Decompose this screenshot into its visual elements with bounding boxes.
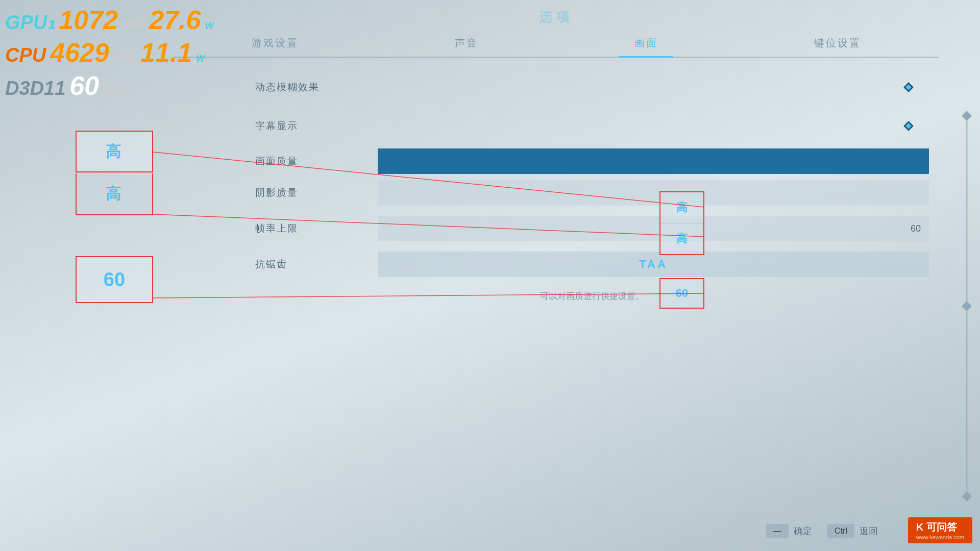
motion-blur-label: 动态模糊效果 [255,81,368,94]
antialiasing-label: 抗锯齿 [255,258,368,271]
subtitles-control[interactable] [888,118,929,134]
watermark-url: www.kewenda.com [916,534,964,540]
subtitles-label: 字幕显示 [255,119,368,133]
left-ann-high1: 高 [76,131,153,172]
hud-cpu-freq: 4629 [50,37,109,68]
left-annotation-group: 高 高 60 [76,131,153,303]
watermark: K 可问答 www.kewenda.com [908,517,972,543]
dialog-panel: 选项 游戏设置 声音 画面 键位设置 动态模糊效果 字幕显示 [153,0,960,551]
right-ann-sixty: 60 [659,278,704,309]
confirm-key: — [766,524,789,538]
fps-limit-value: 60 [911,223,921,234]
hud-gpu-freq: 1072 [59,4,118,36]
footer-controls: — 确定 Ctrl 返回 [766,524,878,538]
confirm-label: 确定 [794,525,812,537]
settings-hint: 可以对画质进行快捷设置。 [255,290,929,302]
setting-row-motion-blur: 动态模糊效果 [255,68,929,107]
image-quality-label: 画面质量 [255,155,368,168]
tab-bar: 游戏设置 声音 画面 键位设置 [174,30,939,58]
scroll-track [966,121,967,300]
fps-limit-label: 帧率上限 [255,222,368,235]
settings-content: 动态模糊效果 字幕显示 画面质量 [153,58,960,312]
left-ann-high2: 高 [76,173,153,215]
image-quality-control[interactable] [378,148,929,174]
right-ann-high-group: 高 高 [659,191,704,255]
setting-row-fps-limit: 帧率上限 60 [255,209,929,248]
hud-fps-value: 60 [69,70,99,102]
setting-row-subtitles: 字幕显示 [255,107,929,145]
right-ann-high2: 高 [660,223,703,254]
hud-gpu-label: GPU₁ [5,11,55,35]
right-ann-high1: 高 [660,192,703,223]
scrollbar[interactable] [966,112,968,500]
shadow-quality-label: 阴影质量 [255,186,368,199]
watermark-brand: K 可问答 [916,521,957,533]
shadow-quality-control[interactable] [378,180,929,206]
hud-cpu-label: CPU [5,44,46,67]
hud-fps-unit: FPS [103,85,125,98]
hud-cpu-freq-unit: MHz [113,52,136,65]
diamond-icon-1 [901,80,916,95]
fps-limit-control[interactable]: 60 [378,216,929,241]
setting-row-shadow-quality: 阴影质量 [255,177,929,209]
left-ann-sixty: 60 [76,256,153,303]
setting-row-antialiasing: 抗锯齿 TAA [255,248,929,280]
dialog-title: 选项 [153,0,960,30]
confirm-btn[interactable]: — 确定 [766,524,812,538]
back-btn[interactable]: Ctrl 返回 [827,524,878,538]
antialiasing-value: TAA [639,258,668,271]
tab-graphics[interactable]: 画面 [619,30,673,58]
tab-game-settings[interactable]: 游戏设置 [236,30,314,57]
tab-keybind[interactable]: 键位设置 [799,30,876,57]
hud-api-label: D3D11 [5,77,65,101]
diamond-icon-2 [901,118,916,134]
antialiasing-control[interactable]: TAA [378,252,929,277]
right-annotation-group: 高 高 [659,191,704,255]
motion-blur-control[interactable] [888,80,929,95]
back-label: 返回 [860,525,878,537]
tab-audio[interactable]: 声音 [439,30,494,57]
back-key: Ctrl [827,524,854,538]
hud-gpu-freq-unit: MHz [122,19,145,32]
scroll-track-2 [966,312,967,491]
setting-row-image-quality: 画面质量 [255,145,929,177]
